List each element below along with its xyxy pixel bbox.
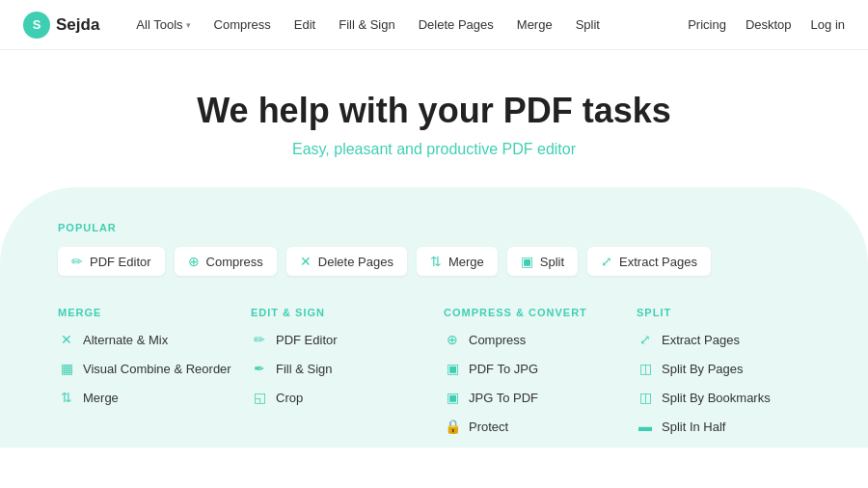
cat-pdf-to-jpg[interactable]: ▣ PDF To JPG xyxy=(444,361,617,376)
popular-section: POPULAR ✏ PDF Editor ⊕ Compress ✕ Delete… xyxy=(58,222,810,276)
edit-icon: ✏ xyxy=(71,254,83,269)
cat-split-in-half[interactable]: ▬ Split In Half xyxy=(637,419,810,434)
nav-compress[interactable]: Compress xyxy=(204,12,281,38)
cat-compress[interactable]: ⊕ Compress xyxy=(444,332,617,347)
logo-text: Sejda xyxy=(56,15,99,35)
compress-icon: ⊕ xyxy=(188,254,200,269)
pdf-editor-icon: ✏ xyxy=(251,332,268,347)
cat-merge-label: MERGE xyxy=(58,307,231,318)
cat-merge[interactable]: ⇅ Merge xyxy=(58,390,231,405)
pdf-jpg-icon: ▣ xyxy=(444,361,461,376)
tools-section: POPULAR ✏ PDF Editor ⊕ Compress ✕ Delete… xyxy=(0,187,868,447)
cat-split-label: SPLIT xyxy=(637,307,810,318)
cat-split-by-pages[interactable]: ◫ Split By Pages xyxy=(637,361,810,376)
cat-alternate-mix[interactable]: ✕ Alternate & Mix xyxy=(58,332,231,347)
cat-compress-label: COMPRESS & CONVERT xyxy=(444,307,617,318)
jpg-pdf-icon: ▣ xyxy=(444,390,461,405)
visual-combine-icon: ▦ xyxy=(58,361,75,376)
protect-icon: 🔒 xyxy=(444,419,461,434)
logo-icon: S xyxy=(23,12,50,39)
hero-subtitle: Easy, pleasant and productive PDF editor xyxy=(0,141,868,158)
category-edit-sign: EDIT & SIGN ✏ PDF Editor ✒ Fill & Sign ◱… xyxy=(251,307,424,447)
nav-links: All Tools ▾ Compress Edit Fill & Sign De… xyxy=(126,12,688,38)
cat-pdf-editor[interactable]: ✏ PDF Editor xyxy=(251,332,424,347)
nav-pricing[interactable]: Pricing xyxy=(688,17,726,32)
categories-grid: MERGE ✕ Alternate & Mix ▦ Visual Combine… xyxy=(58,307,810,447)
hero-title: We help with your PDF tasks xyxy=(0,91,868,131)
compress-cat-icon: ⊕ xyxy=(444,332,461,347)
popular-tools-list: ✏ PDF Editor ⊕ Compress ✕ Delete Pages ⇅… xyxy=(58,247,810,276)
alternate-icon: ✕ xyxy=(58,332,75,347)
nav-desktop[interactable]: Desktop xyxy=(746,17,792,32)
cat-jpg-to-pdf[interactable]: ▣ JPG To PDF xyxy=(444,390,617,405)
split-bookmarks-icon: ◫ xyxy=(637,390,654,405)
chevron-down-icon: ▾ xyxy=(186,20,191,30)
popular-label: POPULAR xyxy=(58,222,810,233)
category-compress-convert: COMPRESS & CONVERT ⊕ Compress ▣ PDF To J… xyxy=(444,307,617,447)
split-pages-icon: ◫ xyxy=(637,361,654,376)
popular-split[interactable]: ▣ Split xyxy=(507,247,578,276)
nav-edit[interactable]: Edit xyxy=(285,12,325,38)
cat-crop[interactable]: ◱ Crop xyxy=(251,390,424,405)
nav-all-tools[interactable]: All Tools ▾ xyxy=(126,12,200,38)
popular-pdf-editor[interactable]: ✏ PDF Editor xyxy=(58,247,165,276)
nav-merge[interactable]: Merge xyxy=(507,12,562,38)
cat-protect[interactable]: 🔒 Protect xyxy=(444,419,617,434)
extract-icon: ⤢ xyxy=(601,254,612,269)
cat-fill-sign[interactable]: ✒ Fill & Sign xyxy=(251,361,424,376)
cat-edit-sign-label: EDIT & SIGN xyxy=(251,307,424,318)
fill-sign-icon: ✒ xyxy=(251,361,268,376)
split-icon: ▣ xyxy=(521,254,533,269)
nav-fill-sign[interactable]: Fill & Sign xyxy=(329,12,405,38)
extract-pages-icon: ⤢ xyxy=(637,332,654,347)
popular-extract-pages[interactable]: ⤢ Extract Pages xyxy=(587,247,711,276)
split-half-icon: ▬ xyxy=(637,419,654,434)
cat-split-by-bookmarks[interactable]: ◫ Split By Bookmarks xyxy=(637,390,810,405)
delete-icon: ✕ xyxy=(300,254,312,269)
popular-compress[interactable]: ⊕ Compress xyxy=(175,247,277,276)
cat-visual-combine[interactable]: ▦ Visual Combine & Reorder xyxy=(58,361,231,376)
category-split: SPLIT ⤢ Extract Pages ◫ Split By Pages ◫… xyxy=(637,307,810,447)
popular-delete-pages[interactable]: ✕ Delete Pages xyxy=(286,247,407,276)
nav-delete-pages[interactable]: Delete Pages xyxy=(409,12,503,38)
nav-split[interactable]: Split xyxy=(566,12,610,38)
merge-icon: ⇅ xyxy=(430,254,442,269)
logo[interactable]: S Sejda xyxy=(23,12,99,39)
category-merge: MERGE ✕ Alternate & Mix ▦ Visual Combine… xyxy=(58,307,231,447)
hero-section: We help with your PDF tasks Easy, pleasa… xyxy=(0,50,868,187)
nav-login[interactable]: Log in xyxy=(811,17,845,32)
cat-extract-pages[interactable]: ⤢ Extract Pages xyxy=(637,332,810,347)
navbar: S Sejda All Tools ▾ Compress Edit Fill &… xyxy=(0,0,868,50)
popular-merge[interactable]: ⇅ Merge xyxy=(417,247,498,276)
crop-icon: ◱ xyxy=(251,390,268,405)
nav-right: Pricing Desktop Log in xyxy=(688,17,845,32)
merge-cat-icon: ⇅ xyxy=(58,390,75,405)
